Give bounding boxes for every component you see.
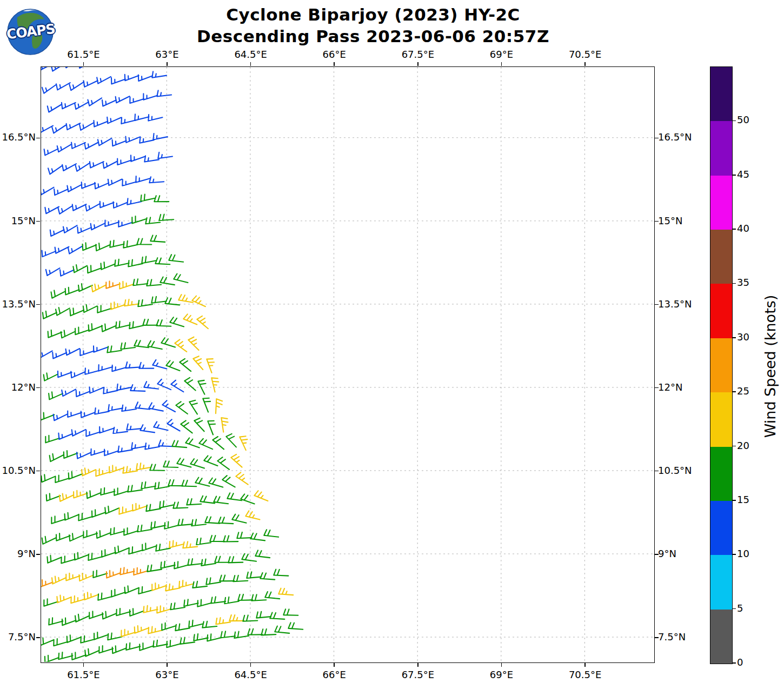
wind-barb: [109, 465, 123, 473]
wind-barb: [139, 643, 154, 651]
wind-barb: [136, 176, 150, 183]
wind-barb: [92, 284, 106, 292]
wind-barb: [180, 638, 195, 644]
wind-barb: [74, 491, 88, 498]
wind-barb: [70, 308, 84, 316]
wind-barb: [155, 258, 170, 264]
wind-barb: [57, 595, 71, 603]
wind-barb: [265, 592, 280, 599]
wind-barb: [154, 421, 168, 430]
y-tick-label-left: 16.5°N: [0, 131, 36, 143]
x-tick-label-top: 63°E: [155, 49, 178, 60]
colorbar-segment: [710, 447, 732, 501]
wind-barb: [146, 505, 161, 512]
wind-barb: [129, 547, 143, 554]
wind-barb: [110, 528, 124, 535]
wind-barb: [216, 399, 222, 413]
wind-barb: [125, 586, 139, 593]
wind-barb: [114, 202, 128, 208]
wind-barb: [48, 330, 62, 338]
wind-barb: [169, 255, 183, 262]
wind-barb: [187, 499, 201, 505]
wind-barb: [81, 636, 95, 643]
wind-barb: [178, 294, 193, 303]
wind-barb: [78, 513, 92, 520]
wind-barb: [181, 420, 192, 433]
wind-barb: [42, 537, 56, 544]
wind-barb: [75, 327, 89, 335]
y-tick-mark-left: [36, 637, 40, 638]
wind-barb: [84, 592, 98, 600]
wind-barb: [167, 640, 181, 647]
wind-barb: [151, 297, 166, 303]
wind-barb: [221, 631, 235, 638]
wind-barb: [175, 624, 190, 631]
colorbar-tick-mark: [733, 283, 736, 284]
wind-barb: [137, 525, 152, 532]
wind-barb: [97, 77, 111, 84]
wind-barb: [232, 514, 246, 523]
wind-barb: [78, 67, 92, 68]
wind-barb: [204, 456, 217, 466]
x-tick-mark-bottom: [417, 663, 418, 667]
wind-barb: [195, 478, 209, 486]
wind-barb: [175, 339, 187, 352]
colorbar-tick-mark: [733, 229, 736, 230]
wind-barb: [67, 185, 81, 192]
wind-barb: [106, 281, 120, 289]
wind-barb: [211, 597, 225, 603]
wind-barb: [119, 507, 133, 514]
colorbar-tick-label: 15: [737, 494, 749, 505]
x-tick-label-top: 61.5°E: [67, 49, 99, 60]
y-tick-label-left: 10.5°N: [0, 465, 36, 476]
wind-barb: [158, 440, 173, 446]
wind-barb: [111, 302, 125, 310]
wind-barb: [90, 162, 104, 168]
wind-barb: [218, 517, 233, 524]
wind-barb: [190, 459, 204, 468]
wind-barb: [130, 608, 144, 616]
wind-barb: [157, 379, 171, 390]
chart-title-line1: Cyclone Biparjoy (2023) HY-2C: [66, 4, 680, 26]
wind-barb: [192, 296, 205, 307]
wind-barb: [55, 476, 69, 483]
wind-barb: [184, 378, 195, 391]
wind-barb: [69, 533, 83, 541]
wind-barb: [75, 102, 89, 109]
wind-barb: [41, 474, 55, 482]
wind-barb: [127, 424, 141, 430]
wind-barb: [216, 618, 230, 624]
y-tick-label-right: 15°N: [658, 215, 682, 226]
wind-barb: [101, 262, 115, 270]
wind-barb: [96, 469, 110, 476]
wind-barb: [45, 655, 59, 662]
wind-barb: [192, 581, 207, 588]
wind-barb: [162, 623, 176, 630]
wind-barb: [138, 75, 152, 81]
wind-barb: [144, 381, 158, 389]
wind-barb: [94, 120, 108, 127]
wind-barb: [79, 573, 93, 581]
wind-barb: [143, 606, 157, 613]
wind-barb: [75, 614, 89, 622]
wind-barb: [211, 378, 218, 392]
y-tick-mark-left: [36, 221, 40, 222]
wind-barb: [214, 497, 228, 504]
wind-barb: [92, 510, 106, 517]
wind-barb: [197, 316, 208, 329]
wind-barb: [98, 593, 112, 600]
wind-barb: [185, 438, 200, 447]
y-tick-mark-left: [36, 387, 40, 389]
wind-barb: [162, 400, 175, 412]
wind-barb: [44, 599, 58, 606]
wind-barb: [99, 427, 114, 433]
wind-barb: [102, 324, 116, 332]
wind-barb: [52, 125, 66, 133]
wind-barb: [58, 433, 72, 439]
wind-barb: [174, 561, 188, 568]
y-tick-label-left: 13.5°N: [0, 298, 36, 310]
wind-barb: [270, 613, 284, 619]
wind-barb: [114, 488, 128, 495]
wind-barb: [108, 405, 123, 411]
wind-barb: [60, 270, 74, 276]
